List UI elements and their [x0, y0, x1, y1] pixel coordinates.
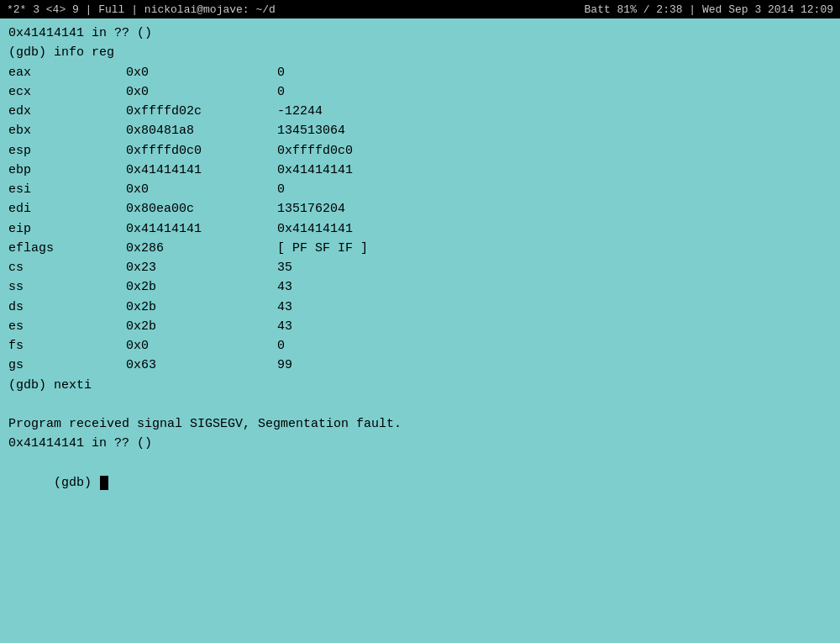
final-prompt-text: (gdb)	[54, 476, 99, 490]
reg-hex-ds: 0x2b	[126, 298, 277, 317]
reg-hex-ebx: 0x80481a8	[126, 121, 277, 140]
reg-name-edx: edx	[8, 102, 126, 121]
terminal-window: *2* 3 <4> 9 | Full | nickolai@mojave: ~/…	[0, 0, 840, 643]
register-row-edx: edx0xffffd02c-12244	[8, 102, 832, 121]
reg-hex-eax: 0x0	[126, 63, 277, 82]
reg-name-ebx: ebx	[8, 121, 126, 140]
terminal-content[interactable]: 0x41414141 in ?? () (gdb) info reg eax0x…	[0, 18, 840, 643]
reg-hex-ebp: 0x41414141	[126, 161, 277, 180]
registers-container: eax0x00ecx0x00edx0xffffd02c-12244ebx0x80…	[8, 63, 832, 376]
reg-hex-gs: 0x63	[126, 356, 277, 375]
reg-val-ebx: 134513064	[277, 121, 345, 140]
reg-name-esp: esp	[8, 141, 126, 161]
reg-hex-es: 0x2b	[126, 317, 277, 336]
reg-hex-cs: 0x23	[126, 258, 277, 277]
reg-val-es: 43	[277, 317, 292, 336]
reg-val-ecx: 0	[277, 82, 285, 102]
reg-hex-esi: 0x0	[126, 180, 277, 199]
register-row-ebx: ebx0x80481a8134513064	[8, 121, 832, 140]
reg-name-eflags: eflags	[8, 239, 126, 258]
reg-val-eip: 0x41414141	[277, 219, 353, 239]
reg-val-eflags: [ PF SF IF ]	[277, 239, 368, 258]
reg-val-gs: 99	[277, 356, 292, 375]
reg-val-ss: 43	[277, 277, 292, 297]
reg-hex-edx: 0xffffd02c	[126, 102, 277, 121]
crash-line-initial: 0x41414141 in ?? ()	[8, 24, 832, 43]
register-row-edi: edi0x80ea00c135176204	[8, 199, 832, 219]
register-row-eip: eip0x414141410x41414141	[8, 219, 832, 239]
reg-val-ds: 43	[277, 298, 292, 317]
status-left: *2* 3 <4> 9 | Full | nickolai@mojave: ~/…	[7, 3, 276, 16]
final-prompt-line: (gdb)	[8, 476, 108, 509]
reg-val-edx: -12244	[277, 102, 323, 121]
reg-name-es: es	[8, 317, 126, 336]
reg-name-ds: ds	[8, 298, 126, 317]
reg-hex-edi: 0x80ea00c	[126, 199, 277, 219]
reg-name-ss: ss	[8, 277, 126, 297]
empty-line	[8, 395, 832, 414]
status-right: Batt 81% / 2:38 | Wed Sep 3 2014 12:09	[585, 3, 833, 16]
reg-hex-ecx: 0x0	[126, 82, 277, 102]
reg-val-eax: 0	[277, 63, 285, 82]
register-row-gs: gs0x6399	[8, 356, 832, 375]
reg-name-fs: fs	[8, 336, 126, 356]
reg-val-ebp: 0x41414141	[277, 161, 353, 180]
reg-val-esp: 0xffffd0c0	[277, 141, 353, 161]
reg-hex-ss: 0x2b	[126, 277, 277, 297]
reg-name-edi: edi	[8, 199, 126, 219]
reg-name-esi: esi	[8, 180, 126, 199]
register-row-eax: eax0x00	[8, 63, 832, 82]
crash-line-after: 0x41414141 in ?? ()	[8, 434, 832, 453]
status-bar: *2* 3 <4> 9 | Full | nickolai@mojave: ~/…	[0, 0, 840, 18]
gdb-info-command: (gdb) info reg	[8, 43, 832, 62]
reg-val-edi: 135176204	[277, 199, 345, 219]
register-row-fs: fs0x00	[8, 336, 832, 356]
reg-name-gs: gs	[8, 356, 126, 375]
register-row-esi: esi0x00	[8, 180, 832, 199]
reg-name-eip: eip	[8, 219, 126, 239]
nexti-prompt: (gdb) nexti	[8, 376, 832, 395]
reg-val-esi: 0	[277, 180, 285, 199]
register-row-es: es0x2b43	[8, 317, 832, 336]
reg-val-cs: 35	[277, 258, 292, 277]
register-row-cs: cs0x2335	[8, 258, 832, 277]
register-row-esp: esp0xffffd0c00xffffd0c0	[8, 141, 832, 161]
register-row-ds: ds0x2b43	[8, 298, 832, 317]
reg-name-ebp: ebp	[8, 161, 126, 180]
register-row-ecx: ecx0x00	[8, 82, 832, 102]
register-row-ebp: ebp0x414141410x41414141	[8, 161, 832, 180]
cursor	[100, 476, 108, 490]
reg-hex-fs: 0x0	[126, 336, 277, 356]
signal-line: Program received signal SIGSEGV, Segment…	[8, 414, 832, 434]
reg-hex-eflags: 0x286	[126, 239, 277, 258]
reg-name-eax: eax	[8, 63, 126, 82]
reg-hex-esp: 0xffffd0c0	[126, 141, 277, 161]
reg-hex-eip: 0x41414141	[126, 219, 277, 239]
reg-name-cs: cs	[8, 258, 126, 277]
reg-name-ecx: ecx	[8, 82, 126, 102]
register-row-eflags: eflags0x286[ PF SF IF ]	[8, 239, 832, 258]
reg-val-fs: 0	[277, 336, 285, 356]
register-row-ss: ss0x2b43	[8, 277, 832, 297]
